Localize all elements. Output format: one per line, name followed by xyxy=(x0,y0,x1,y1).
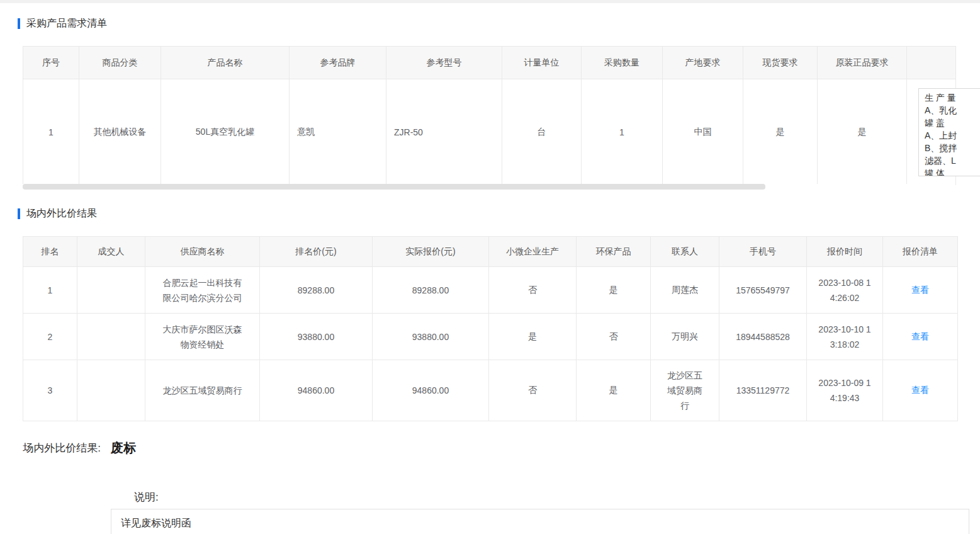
compare-row: 2 大庆市萨尔图区沃森物资经销处 93880.00 93880.00 是 否 万… xyxy=(23,314,958,360)
col-header-ref-brand: 参考品牌 xyxy=(290,47,386,79)
section-marker-icon xyxy=(18,208,20,219)
result-value: 废标 xyxy=(111,440,136,457)
cell-actual-price: 93880.00 xyxy=(373,314,489,360)
demand-header-row: 序号 商品分类 产品名称 参考品牌 参考型号 计量单位 采购数量 产地要求 现货… xyxy=(23,47,956,79)
section-title-demand: 采购产品需求清单 xyxy=(26,17,107,30)
compare-row: 1 合肥云起一出科技有限公司哈尔滨分公司 89288.00 89288.00 否… xyxy=(23,267,958,314)
cell-contact: 周莲杰 xyxy=(651,267,719,314)
cell-actual-price: 89288.00 xyxy=(373,267,489,314)
col-header-contact: 联系人 xyxy=(651,237,719,267)
cell-stock-req: 是 xyxy=(743,79,818,185)
col-header-quantity: 采购数量 xyxy=(582,47,663,79)
col-header-product-name: 产品名称 xyxy=(161,47,290,79)
demand-row: 1 其他机械设备 50L真空乳化罐 意凯 ZJR-50 台 1 中国 是 是 xyxy=(23,79,956,185)
view-quote-link[interactable]: 查看 xyxy=(911,385,929,395)
compare-table-container: 排名 成交人 供应商名称 排名价(元) 实际报价(元) 小微企业生产 环保产品 … xyxy=(23,236,957,421)
view-quote-link[interactable]: 查看 xyxy=(911,331,929,341)
supplier-name: 龙沙区五域贸易商行 xyxy=(159,383,246,398)
section-title-compare: 场内外比价结果 xyxy=(26,207,97,220)
col-header-phone: 手机号 xyxy=(719,237,807,267)
quote-time: 2023-10-10 13:18:02 xyxy=(817,322,872,352)
quote-time: 2023-10-09 14:19:43 xyxy=(817,375,872,406)
cell-small-micro: 否 xyxy=(489,267,577,314)
col-header-rank: 排名 xyxy=(23,237,77,267)
cell-quantity: 1 xyxy=(582,79,663,185)
cell-eco: 是 xyxy=(577,360,651,421)
cell-winner xyxy=(77,360,145,421)
col-header-winner: 成交人 xyxy=(77,237,145,267)
col-header-stock-req: 现货要求 xyxy=(743,47,818,79)
col-header-genuine-req: 原装正品要求 xyxy=(818,47,907,79)
cell-contact: 龙沙区五域贸易商行 xyxy=(651,360,719,421)
cell-quote-list: 查看 xyxy=(883,314,958,360)
cell-supplier: 龙沙区五域贸易商行 xyxy=(145,360,260,421)
cell-rank-price: 89288.00 xyxy=(260,267,373,314)
cell-origin-req: 中国 xyxy=(663,79,743,185)
cell-small-micro: 是 xyxy=(489,314,577,360)
cell-index: 1 xyxy=(23,79,79,185)
cell-winner xyxy=(77,314,145,360)
supplier-name: 合肥云起一出科技有限公司哈尔滨分公司 xyxy=(159,275,246,305)
section-marker-icon xyxy=(18,18,20,29)
demand-table-container: 序号 商品分类 产品名称 参考品牌 参考型号 计量单位 采购数量 产地要求 现货… xyxy=(23,46,955,185)
cell-rank-price: 94860.00 xyxy=(260,360,373,421)
note-label: 说明: xyxy=(134,490,159,504)
demand-table: 序号 商品分类 产品名称 参考品牌 参考型号 计量单位 采购数量 产地要求 现货… xyxy=(23,46,956,185)
col-header-index: 序号 xyxy=(23,47,79,79)
cell-phone: 13351129772 xyxy=(719,360,807,421)
col-header-quote-time: 报价时间 xyxy=(807,237,883,267)
col-header-ref-model: 参考型号 xyxy=(386,47,502,79)
cell-unit: 台 xyxy=(502,79,582,185)
cell-quote-list: 查看 xyxy=(883,360,958,421)
result-label: 场内外比价结果: xyxy=(23,441,101,456)
cell-phone: 15765549797 xyxy=(719,267,807,314)
col-header-unit: 计量单位 xyxy=(502,47,582,79)
horizontal-scrollbar-thumb[interactable] xyxy=(23,184,765,190)
cell-rank: 2 xyxy=(23,314,77,360)
note-box: 详见废标说明函 xyxy=(111,509,969,534)
col-header-small-micro: 小微企业生产 xyxy=(489,237,577,267)
supplier-name: 大庆市萨尔图区沃森物资经销处 xyxy=(159,322,246,352)
col-header-eco: 环保产品 xyxy=(577,237,651,267)
cell-actual-price: 94860.00 xyxy=(373,360,489,421)
cell-rank: 1 xyxy=(23,267,77,314)
cell-ref-brand: 意凯 xyxy=(290,79,386,185)
view-quote-link[interactable]: 查看 xyxy=(911,285,929,295)
cell-contact: 万明兴 xyxy=(651,314,719,360)
cell-product-name: 50L真空乳化罐 xyxy=(161,79,290,185)
cell-genuine-req: 是 xyxy=(818,79,907,185)
cell-category: 其他机械设备 xyxy=(79,79,161,185)
page-top-strip xyxy=(0,0,980,3)
contact-name: 龙沙区五域贸易商行 xyxy=(665,368,705,413)
compare-header-row: 排名 成交人 供应商名称 排名价(元) 实际报价(元) 小微企业生产 环保产品 … xyxy=(23,237,958,267)
cell-small-micro: 否 xyxy=(489,360,577,421)
cell-phone: 18944588528 xyxy=(719,314,807,360)
comparison-result-form: 场内外比价结果: 废标 说明: 详见废标说明函 xyxy=(0,421,980,534)
cell-quote-time: 2023-10-09 14:19:43 xyxy=(807,360,883,421)
cell-eco: 否 xyxy=(577,314,651,360)
cell-quote-list: 查看 xyxy=(883,267,958,314)
cell-ref-model: ZJR-50 xyxy=(386,79,502,185)
cell-quote-time: 2023-10-10 13:18:02 xyxy=(807,314,883,360)
col-header-supplier: 供应商名称 xyxy=(145,237,260,267)
section-header-compare: 场内外比价结果 xyxy=(18,207,97,220)
cell-supplier: 合肥云起一出科技有限公司哈尔滨分公司 xyxy=(145,267,260,314)
quote-time: 2023-10-08 14:26:02 xyxy=(817,275,872,305)
cell-rank-price: 93880.00 xyxy=(260,314,373,360)
col-header-actual-price: 实际报价(元) xyxy=(373,237,489,267)
compare-table: 排名 成交人 供应商名称 排名价(元) 实际报价(元) 小微企业生产 环保产品 … xyxy=(23,236,958,421)
col-header-quote-list: 报价清单 xyxy=(883,237,958,267)
col-header-origin-req: 产地要求 xyxy=(663,47,743,79)
section-header-demand: 采购产品需求清单 xyxy=(18,17,107,30)
cell-eco: 是 xyxy=(577,267,651,314)
col-header-category: 商品分类 xyxy=(79,47,161,79)
cell-supplier: 大庆市萨尔图区沃森物资经销处 xyxy=(145,314,260,360)
horizontal-scrollbar-track[interactable] xyxy=(23,184,955,190)
cell-winner xyxy=(77,267,145,314)
product-spec-box: 生 产 量 A、乳化 罐 盖 A、上封 B、搅拌 滤器、L 罐 体 xyxy=(918,88,980,176)
cell-rank: 3 xyxy=(23,360,77,421)
compare-row: 3 龙沙区五域贸易商行 94860.00 94860.00 否 是 龙沙区五域贸… xyxy=(23,360,958,421)
col-header-rank-price: 排名价(元) xyxy=(260,237,373,267)
cell-quote-time: 2023-10-08 14:26:02 xyxy=(807,267,883,314)
col-header-spec xyxy=(907,47,956,79)
